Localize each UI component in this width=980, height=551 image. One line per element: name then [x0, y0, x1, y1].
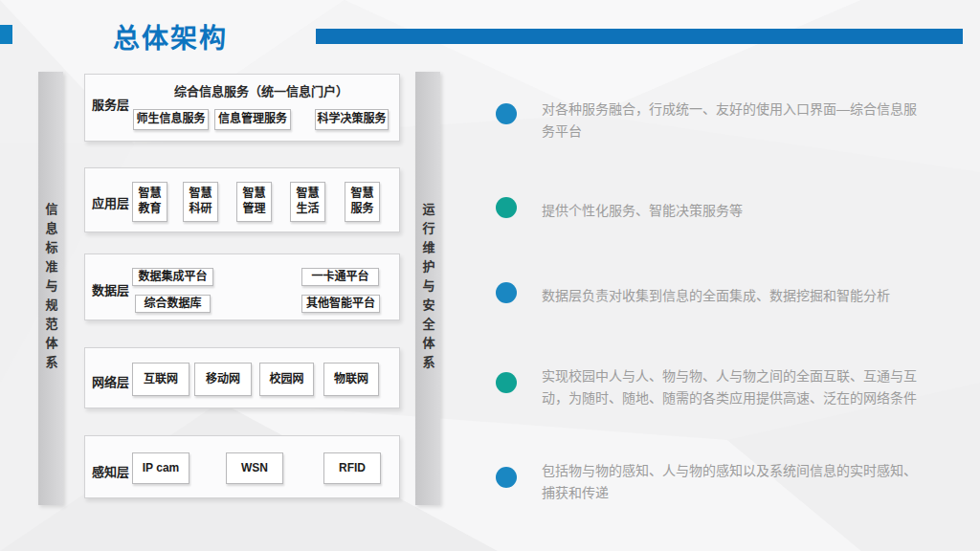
layer-perception-label: 感知层 — [92, 462, 129, 480]
layer-service-label: 服务层 — [92, 95, 129, 113]
data-box-3: 综合数据库 — [135, 295, 211, 313]
bullet-text-5: 包括物与物的感知、人与物的感知以及系统间信息的实时感知、捕获和传递 — [542, 460, 923, 504]
bullet-text-2: 提供个性化服务、智能决策服务等 — [542, 200, 923, 222]
perception-box-2: WSN — [226, 452, 283, 484]
bullet-text-3: 数据层负责对收集到信息的全面集成、数据挖掘和智能分析 — [542, 285, 923, 307]
page-title: 总体架构 — [113, 17, 228, 55]
service-box-1: 师生信息服务 — [133, 109, 209, 130]
left-accent-square — [0, 25, 12, 44]
bullet-dot-3 — [496, 282, 517, 303]
bullet-text-4: 实现校园中人与人、物与物、人与物之间的全面互联、互通与互动，为随时、随地、随需的… — [542, 365, 923, 409]
layer-data-label: 数据层 — [92, 280, 129, 298]
layer-network: 网络层 互联网 移动网 校园网 物联网 — [84, 347, 400, 408]
bullet-dot-5 — [496, 467, 517, 488]
app-box-5: 智慧服务 — [345, 182, 380, 222]
app-box-3: 智慧管理 — [236, 182, 272, 222]
app-box-2: 智慧科研 — [183, 182, 218, 222]
perception-box-3: RFID — [323, 452, 381, 484]
network-box-4: 物联网 — [323, 363, 379, 396]
slide: 总体架构 信息标准与规范体系 运行维护与安全体系 服务层 综合信息服务（统一信息… — [0, 0, 980, 551]
layer-network-label: 网络层 — [92, 372, 129, 390]
service-box-2: 信息管理服务 — [214, 109, 291, 130]
layer-perception: 感知层 IP cam WSN RFID — [84, 435, 400, 498]
bullet-text-1: 对各种服务融合，行成统一、友好的使用入口界面—综合信息服务平台 — [542, 99, 923, 143]
layer-data: 数据层 数据集成平台 一卡通平台 综合数据库 其他智能平台 — [84, 253, 400, 320]
app-box-4: 智慧生活 — [290, 182, 325, 222]
data-box-1: 数据集成平台 — [132, 268, 213, 286]
network-box-1: 互联网 — [132, 363, 189, 396]
bullet-dot-2 — [496, 197, 517, 218]
network-box-2: 移动网 — [194, 363, 252, 396]
service-box-3: 科学决策服务 — [315, 109, 389, 130]
pillar-standards: 信息标准与规范体系 — [38, 72, 63, 505]
pillar-operations: 运行维护与安全体系 — [415, 72, 440, 505]
app-box-1: 智慧教育 — [132, 182, 167, 222]
layer-service: 服务层 综合信息服务（统一信息门户） 师生信息服务 信息管理服务 科学决策服务 — [84, 74, 400, 142]
data-box-2: 一卡通平台 — [301, 268, 379, 286]
layer-application: 应用层 智慧教育 智慧科研 智慧管理 智慧生活 智慧服务 — [84, 167, 400, 232]
pillar-standards-label: 信息标准与规范体系 — [42, 203, 60, 375]
bullet-dot-4 — [496, 372, 517, 393]
data-box-4: 其他智能平台 — [301, 295, 380, 313]
pillar-operations-label: 运行维护与安全体系 — [419, 203, 437, 375]
layer-application-label: 应用层 — [92, 193, 129, 211]
layer-service-header: 综合信息服务（统一信息门户） — [131, 81, 391, 99]
bullet-dot-1 — [496, 103, 517, 124]
perception-box-1: IP cam — [132, 452, 189, 484]
title-accent-bar — [316, 29, 963, 44]
network-box-3: 校园网 — [259, 363, 314, 396]
